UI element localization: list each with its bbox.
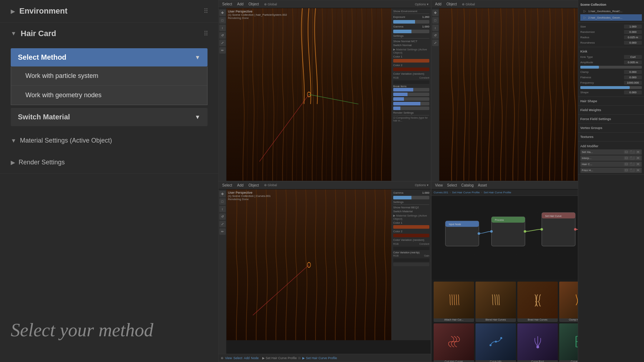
option-particle-system[interactable]: Work with particle system bbox=[11, 66, 207, 86]
breadcrumb-view[interactable]: View bbox=[225, 356, 232, 360]
asset-curl-hair[interactable]: Curl Hair Curves bbox=[434, 323, 474, 362]
move-tool[interactable]: ↕ bbox=[219, 25, 226, 31]
cursor-tool-tr[interactable]: ✥ bbox=[432, 10, 439, 16]
asset-blend-hair[interactable]: Blend Hair Curves bbox=[475, 282, 516, 322]
svg-line-1 bbox=[309, 94, 358, 104]
size-value[interactable]: 1.000 bbox=[624, 25, 642, 29]
set-hair-profile-breadcrumb[interactable]: Set Hair Curve Profile bbox=[452, 191, 480, 194]
amplitude-value[interactable]: 0.005 m bbox=[624, 60, 642, 64]
amplitude-slider[interactable] bbox=[580, 66, 642, 69]
asset-attach-hair[interactable]: Attach Hair Cur... bbox=[434, 282, 474, 322]
exposure-bar[interactable] bbox=[393, 20, 429, 24]
select-box-tool-bl[interactable]: □ bbox=[219, 198, 226, 205]
add-menu-bl[interactable]: Add bbox=[236, 183, 245, 188]
glue-bar[interactable] bbox=[393, 97, 429, 101]
object-menu-tr[interactable]: Object bbox=[445, 2, 458, 6]
select-menu[interactable]: Select bbox=[221, 2, 234, 6]
breadcrumb-select[interactable]: Select bbox=[233, 356, 242, 360]
modifier-2-render[interactable]: ⬛ bbox=[629, 157, 635, 160]
break-bar[interactable] bbox=[393, 88, 429, 91]
asset-braid-hair[interactable]: Braid Hair Curves bbox=[517, 282, 558, 322]
select-box-tool[interactable]: □ bbox=[219, 17, 226, 24]
radius-value[interactable]: 0.025 m bbox=[624, 35, 642, 39]
randomize-label: Randomize bbox=[580, 30, 595, 34]
modifier-1-toggle[interactable]: ☐ bbox=[624, 150, 629, 154]
set-hair-crv[interactable]: ▶ Set Hair Curve Profile bbox=[302, 356, 337, 360]
modifier-2-toggle[interactable]: ☐ bbox=[624, 157, 629, 160]
shape-label: Shape bbox=[580, 91, 589, 94]
kink-type-value[interactable]: Curl bbox=[624, 55, 642, 59]
annotate-tool-bl[interactable]: ✏ bbox=[219, 228, 226, 235]
clamp-row: Clamp 0.000 bbox=[580, 69, 642, 75]
hair-shape-section: Hair Shape bbox=[578, 97, 644, 106]
rot-bar[interactable] bbox=[393, 102, 429, 105]
material-settings-header[interactable]: ▼ Material Settings (Active Object) bbox=[11, 134, 208, 147]
scale-tool[interactable]: ⤢ bbox=[219, 40, 226, 46]
flatness-value[interactable]: 0.000 bbox=[624, 75, 642, 79]
modifier-3-toggle[interactable]: ☐ bbox=[624, 163, 629, 166]
viewport-top-left-render[interactable]: User Perspective (1) Scene Collection | … bbox=[226, 8, 391, 181]
curves-breadcrumb-item[interactable]: Curves.001 bbox=[434, 191, 448, 194]
randomize-value[interactable]: 0.000 bbox=[624, 30, 642, 34]
move-tool-tr[interactable]: ↕ bbox=[432, 25, 439, 31]
modifier-4-render[interactable]: ⬛ bbox=[629, 169, 635, 172]
add-menu-tr[interactable]: Add bbox=[434, 2, 443, 6]
move-tool-bl[interactable]: ↕ bbox=[219, 206, 226, 212]
frequency-slider[interactable] bbox=[580, 86, 642, 89]
asset-curve-root[interactable]: Curve Root bbox=[517, 323, 558, 362]
scale-tool-tr[interactable]: ⤢ bbox=[432, 40, 439, 46]
break-bar2[interactable] bbox=[393, 93, 429, 96]
switch-material-button[interactable]: Switch Material ▼ bbox=[11, 108, 208, 126]
modifier-4[interactable]: Frizz H... ☐ ⬛ ✕ bbox=[580, 168, 642, 173]
modifier-3-render[interactable]: ⬛ bbox=[629, 163, 635, 166]
color-var-bar[interactable] bbox=[393, 80, 429, 84]
frequency-value[interactable]: 1000.000 bbox=[624, 81, 642, 85]
render-settings-header[interactable]: ▶ Render Settings bbox=[11, 156, 208, 169]
rotate-tool-tr[interactable]: ↺ bbox=[432, 32, 439, 39]
asset-menu[interactable]: Asset bbox=[477, 183, 488, 188]
gamma-bar[interactable] bbox=[393, 30, 429, 33]
viewport-bottom-left-render[interactable]: User Perspective (1) Scene Collection | … bbox=[226, 189, 391, 341]
modifier-4-toggle[interactable]: ☐ bbox=[624, 169, 629, 172]
color2-bar[interactable] bbox=[393, 68, 429, 71]
scale-tool-bl[interactable]: ⤢ bbox=[219, 221, 226, 227]
catalog-menu[interactable]: Catalog bbox=[460, 183, 475, 188]
rotate-tool[interactable]: ↺ bbox=[219, 32, 226, 39]
view-menu-br[interactable]: View bbox=[434, 183, 444, 188]
viewport-bottom-left-title: User Perspective (1) Scene Collection | … bbox=[228, 191, 270, 201]
object-menu[interactable]: Object bbox=[247, 2, 260, 6]
offset-bar[interactable] bbox=[393, 106, 429, 110]
modifier-1-x[interactable]: ✕ bbox=[636, 150, 640, 154]
roundness-value[interactable]: 0.000 bbox=[624, 41, 642, 45]
asset-curve-info[interactable]: Curve Info bbox=[475, 323, 516, 362]
cursor-tool-bl[interactable]: ✥ bbox=[219, 191, 226, 197]
cursor-tool[interactable]: ✥ bbox=[219, 10, 226, 16]
rotate-tool-bl[interactable]: ↺ bbox=[219, 213, 226, 220]
select-box-tool-tr[interactable]: □ bbox=[432, 17, 439, 24]
breadcrumb-add[interactable]: Add bbox=[244, 356, 249, 360]
annotate-tool[interactable]: ✏ bbox=[219, 47, 226, 54]
modifier-1-render[interactable]: ⬛ bbox=[629, 150, 635, 154]
select-menu-bl[interactable]: Select bbox=[221, 183, 234, 188]
color1-bar[interactable] bbox=[393, 59, 429, 63]
set-hair-profile-breadcrumb2[interactable]: Set Hair Curve Profile bbox=[484, 191, 511, 194]
modifier-3[interactable]: Hair C... ☐ ⬛ ✕ bbox=[580, 162, 642, 167]
modifier-4-x[interactable]: ✕ bbox=[636, 169, 640, 172]
modifier-3-x[interactable]: ✕ bbox=[636, 163, 640, 166]
add-menu[interactable]: Add bbox=[236, 2, 245, 6]
environment-header[interactable]: ▶ Environment ⠿ bbox=[0, 0, 218, 22]
select-method-button[interactable]: Select Method ▼ bbox=[11, 48, 208, 66]
hair-card-header[interactable]: ▼ Hair Card ⠿ bbox=[0, 23, 218, 45]
modifier-2[interactable]: Interp... ☐ ⬛ ✕ bbox=[580, 155, 642, 161]
shape-value[interactable]: 0.000 bbox=[624, 90, 642, 94]
breadcrumb-node[interactable]: Node bbox=[251, 356, 259, 360]
option-geometry-nodes[interactable]: Work with geometry nodes bbox=[11, 86, 207, 105]
modifier-1[interactable]: Set Ha... ☐ ⬛ ✕ bbox=[580, 149, 642, 155]
svg-point-49 bbox=[574, 228, 576, 230]
select-menu-br[interactable]: Select bbox=[446, 183, 459, 188]
tree-item-2[interactable]: ▷ 2.hair_GeoNodes_Geom... bbox=[580, 14, 642, 21]
modifier-2-x[interactable]: ✕ bbox=[636, 157, 640, 160]
object-menu-bl[interactable]: Object bbox=[247, 183, 260, 188]
tree-item-1[interactable]: ▷ 1.hair_GeoNodes_RealC... bbox=[580, 8, 642, 14]
clamp-value[interactable]: 0.000 bbox=[624, 70, 642, 74]
